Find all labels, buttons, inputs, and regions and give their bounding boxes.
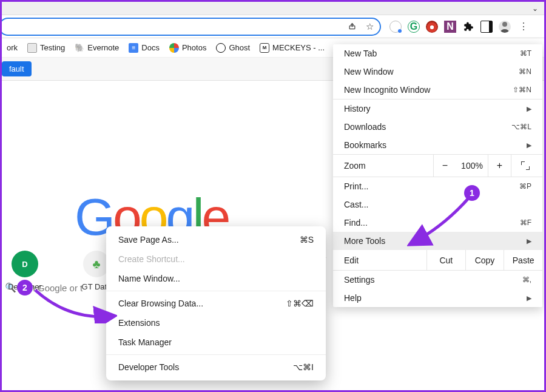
menu-settings[interactable]: Settings⌘, — [333, 271, 542, 289]
extension-grammarly-icon[interactable]: G — [408, 21, 420, 33]
annotation-arrow-2 — [32, 287, 117, 323]
bookmark-star-icon[interactable]: ☆ — [366, 21, 374, 32]
menu-bookmarks[interactable]: Bookmarks▶ — [333, 136, 542, 154]
shortcut-icon: D — [12, 251, 38, 277]
omnibox[interactable]: ☆ — [0, 18, 381, 36]
share-icon[interactable] — [348, 21, 357, 32]
submenu-name-window[interactable]: Name Window... — [106, 269, 326, 288]
chevron-right-icon: ▶ — [527, 294, 531, 302]
side-panel-icon[interactable] — [480, 21, 493, 33]
menu-zoom-row: Zoom − 100% + — [333, 154, 542, 177]
annotation-badge-2: 2 — [17, 280, 33, 296]
address-bar-row: ☆ G N ⋮ — [2, 15, 544, 38]
menu-new-window[interactable]: New Window⌘N — [333, 63, 542, 81]
bookmark-photos[interactable]: Photos — [169, 43, 206, 53]
chevron-right-icon: ▶ — [527, 237, 531, 245]
more-tools-submenu: Save Page As...⌘S Create Shortcut... Nam… — [106, 226, 326, 380]
chevron-right-icon: ▶ — [527, 141, 531, 149]
submenu-task-manager[interactable]: Task Manager — [106, 333, 326, 352]
profile-avatar-icon[interactable] — [499, 21, 511, 33]
kebab-menu-icon[interactable]: ⋮ — [517, 21, 529, 33]
menu-downloads[interactable]: Downloads⌥⌘L — [333, 118, 542, 136]
menu-print[interactable]: Print...⌘P — [333, 177, 542, 195]
edit-cut-button[interactable]: Cut — [426, 250, 465, 270]
edit-paste-button[interactable]: Paste — [504, 250, 542, 270]
ghost-icon — [216, 43, 226, 53]
bookmark-evernote[interactable]: 🐘Evernote — [75, 43, 119, 53]
submenu-clear-data[interactable]: Clear Browsing Data...⇧⌘⌫ — [106, 294, 326, 313]
zoom-out-button[interactable]: − — [433, 155, 456, 177]
annotation-arrow-1 — [407, 196, 474, 251]
bookmark-docs[interactable]: ≡Docs — [129, 43, 160, 53]
fullscreen-icon — [521, 161, 530, 170]
menu-incognito[interactable]: New Incognito Window⇧⌘N — [333, 81, 542, 99]
meckeys-icon: M — [260, 43, 269, 53]
docs-icon: ≡ — [129, 43, 138, 53]
menu-new-tab[interactable]: New Tab⌘T — [333, 44, 542, 63]
zoom-in-button[interactable]: + — [488, 155, 511, 177]
photos-icon — [169, 43, 179, 53]
submenu-create-shortcut: Create Shortcut... — [106, 249, 326, 269]
extension-adblock-icon[interactable] — [389, 21, 402, 33]
edit-copy-button[interactable]: Copy — [465, 250, 504, 270]
menu-edit-row: Edit Cut Copy Paste — [333, 250, 542, 271]
chrome-main-menu: New Tab⌘T New Window⌘N New Incognito Win… — [333, 44, 542, 307]
menu-help[interactable]: Help▶ — [333, 289, 542, 307]
zoom-percent: 100% — [456, 161, 488, 171]
window-titlebar: ⌄ — [2, 2, 544, 15]
folder-icon — [27, 43, 37, 53]
evernote-icon: 🐘 — [75, 43, 84, 53]
submenu-extensions[interactable]: Extensions — [106, 313, 326, 333]
fullscreen-button[interactable] — [511, 155, 539, 177]
chevron-right-icon: ▶ — [527, 105, 531, 113]
bookmark-ghost[interactable]: Ghost — [216, 43, 250, 53]
annotation-badge-1: 1 — [464, 185, 480, 201]
extension-opera-icon[interactable] — [426, 21, 438, 33]
submenu-save-page[interactable]: Save Page As...⌘S — [106, 230, 326, 249]
extensions-puzzle-icon[interactable] — [462, 21, 474, 33]
extension-onenote-icon[interactable]: N — [444, 21, 456, 33]
bookmark-work[interactable]: ork — [7, 43, 18, 52]
submenu-developer-tools[interactable]: Developer Tools⌥⌘I — [106, 357, 326, 377]
bookmark-meckeys[interactable]: MMECKEYS - ... — [260, 43, 325, 53]
toolbar-right: G N ⋮ — [381, 21, 529, 33]
tabs-chevron-icon[interactable]: ⌄ — [532, 4, 538, 13]
bookmark-testing[interactable]: Testing — [27, 43, 65, 53]
menu-history[interactable]: History▶ — [333, 100, 542, 118]
set-default-button[interactable]: fault — [2, 61, 32, 76]
